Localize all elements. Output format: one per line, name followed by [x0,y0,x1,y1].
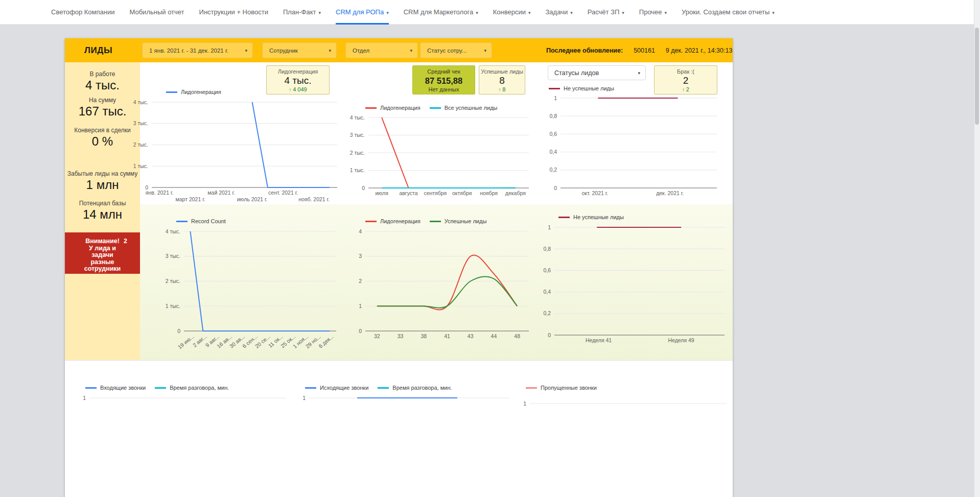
svg-text:1: 1 [359,303,362,309]
svg-text:март 2021 г.: март 2021 г. [176,196,205,202]
legend-swatch [526,387,537,389]
legend-item: Лидогенерация [365,218,421,224]
svg-text:2: 2 [359,278,362,284]
scrollbar-thumb[interactable] [975,28,979,125]
legend-swatch [166,91,177,93]
legend-item: Время разговора, мин. [155,385,229,391]
chart-outgoing-calls[interactable]: 1 [295,393,516,497]
chart-missed-calls[interactable]: 1 [516,393,733,497]
svg-text:0,8: 0,8 [543,246,551,252]
scorecard-delta-value: 4 049 [293,86,307,92]
chart-incoming-calls[interactable]: 1 [75,393,292,497]
nav-item[interactable]: Мобильный отчет [129,0,184,25]
scrollbar-track[interactable] [974,0,980,497]
chart-leadgen-monthly[interactable]: 01 тыс.2 тыс.3 тыс.4 тыс.янв. 2021 г.мар… [126,99,343,206]
legend-item: Успешные лиды [430,218,487,224]
kpi-metric: В работе4 тыс. [65,70,140,92]
nav-item[interactable]: Инструкции + Новости [199,0,268,25]
svg-text:сент. 2021 г.: сент. 2021 г. [268,190,298,196]
nav-item-label: План-Факт [283,8,316,16]
filter-chip[interactable]: Отдел▾ [345,42,418,58]
chevron-down-icon: ▾ [319,10,321,15]
chart-legend: Не успешные лиды [549,85,614,91]
svg-text:1: 1 [554,96,557,101]
report-title: ЛИДЫ [84,45,112,56]
chart-record-count[interactable]: 01 тыс.2 тыс.3 тыс.4 тыс.19 ию...2 авг..… [159,228,341,353]
nav-item[interactable]: Конверсии▾ [493,0,531,25]
scorecard-delta: Нет данных [413,86,475,93]
section-divider [65,360,733,361]
legend-label: Исходящие звонки [320,385,368,391]
up-arrow-icon: ↑ [682,87,686,92]
nav-item-label: Светофор Компании [51,8,114,16]
svg-text:1: 1 [523,400,526,407]
scorecard-title: Лидогенерация [267,68,329,75]
report-header: ЛИДЫ Последнее обновление: 500161 9 дек.… [65,38,733,62]
svg-text:4 тыс.: 4 тыс. [166,228,180,234]
chart-legend: Лидогенерация [166,89,221,95]
svg-text:0,6: 0,6 [549,131,557,137]
nav-item[interactable]: Светофор Компании [51,0,114,25]
nav-item[interactable]: Прочее▾ [639,0,667,25]
nav-item[interactable]: CRM для РОПа▾ [336,0,389,25]
legend-swatch [305,387,316,389]
svg-text:ноября: ноября [480,190,498,196]
svg-text:32: 32 [374,333,380,339]
warning-banner: Внимание!У лида изадачиразныесотрудники2 [65,232,140,274]
kpi-value: 4 тыс. [65,79,140,92]
legend-item: Лидогенерация [365,105,421,111]
svg-text:3 тыс.: 3 тыс. [133,120,148,126]
scorecard-delta: ↑ 4 049 [267,86,329,93]
chevron-down-icon: ▾ [410,48,412,53]
scorecard-value: 4 тыс. [267,75,329,86]
warning-text-line: разные [65,259,140,266]
filter-chip[interactable]: 1 янв. 2021 г. - 31 дек. 2021 г.▾ [142,42,253,58]
svg-text:0: 0 [362,185,365,191]
svg-text:19 ию...: 19 ию... [177,333,195,350]
svg-text:41: 41 [444,333,450,339]
chart-leadgen-success-weeks[interactable]: 0123432333841434448 [344,228,534,344]
warning-text-line: Внимание! [65,238,140,245]
legend-swatch [85,387,97,389]
lead-status-dropdown-label: Статусы лидов [554,69,599,77]
svg-text:1: 1 [548,224,551,230]
chevron-down-icon: ▾ [329,48,331,53]
legend-swatch [365,221,377,222]
chart-failed-leads-trend[interactable]: 00,20,40,60,81окт. 2021 г.дек. 2021 г. [540,96,725,205]
legend-swatch [558,217,570,218]
svg-text:нояб. 2021 г.: нояб. 2021 г. [298,196,330,202]
chevron-down-icon: ▾ [622,10,624,15]
nav-item[interactable]: Расчёт ЗП▾ [588,0,624,25]
nav-item[interactable]: Уроки. Создаем свои отчеты▾ [682,0,775,25]
chevron-down-icon: ▾ [476,10,478,15]
filter-chip[interactable]: Статус сотру...▾ [420,42,492,58]
warning-text-line: сотрудники [65,266,140,273]
svg-text:Неделя 49: Неделя 49 [668,337,694,343]
chevron-down-icon: ▾ [570,10,573,15]
nav-item[interactable]: План-Факт▾ [283,0,321,25]
svg-text:июля: июля [376,190,388,196]
nav-item[interactable]: Задачи▾ [546,0,573,25]
last-update-label: Последнее обновление: [546,47,623,54]
chart-leadgen-success-monthly[interactable]: 01 тыс.2 тыс.3 тыс.4 тыс.июляавгустасент… [347,113,535,200]
scorecard-title: Средний чек [413,68,475,75]
chart-failed-leads-weeks[interactable]: 00,20,40,60,81Неделя 41Неделя 49 [534,224,731,352]
last-update-id: 500161 [634,47,655,54]
svg-text:48: 48 [514,333,520,339]
svg-text:43: 43 [468,333,474,339]
lead-status-dropdown[interactable]: Статусы лидов ▾ [548,65,646,80]
legend-swatch [176,221,188,222]
chart-legend: Входящие звонкиВремя разговора, мин. [85,385,229,391]
legend-label: Лидогенерация [181,89,221,95]
chevron-down-icon: ▾ [528,10,531,15]
svg-text:июль 2021 г.: июль 2021 г. [237,196,268,202]
svg-text:0: 0 [177,328,180,334]
legend-item: Пропущенные звонки [526,385,597,391]
top-nav: Светофор КомпанииМобильный отчетИнструкц… [0,0,980,25]
filter-chip[interactable]: Сотрудник▾ [262,42,337,58]
nav-item[interactable]: CRM для Маркетолога▾ [404,0,478,25]
svg-text:май 2021 г.: май 2021 г. [207,190,235,196]
svg-text:3 тыс.: 3 тыс. [166,253,180,259]
screen: Светофор КомпанииМобильный отчетИнструкц… [0,0,980,497]
last-update: Последнее обновление: 500161 9 дек. 2021… [546,38,732,62]
